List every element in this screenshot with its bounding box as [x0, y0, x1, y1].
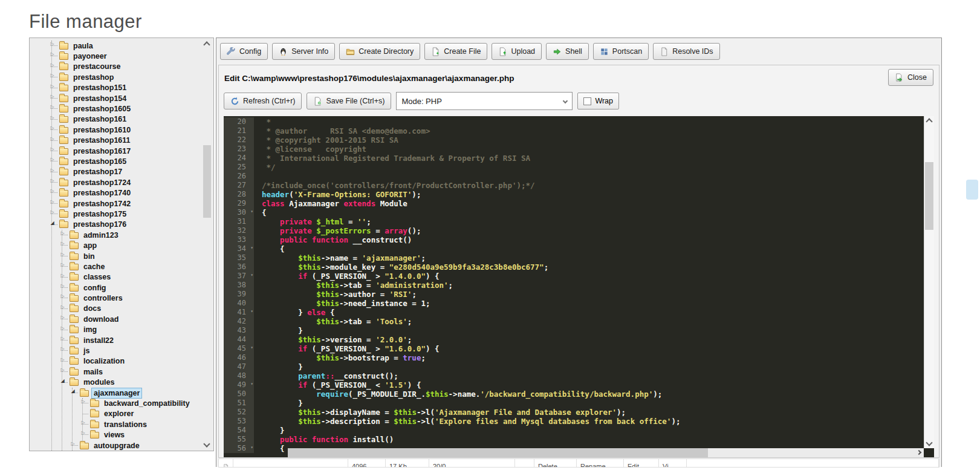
tree-item-download[interactable]: ▷download	[62, 314, 201, 324]
tree-item-label[interactable]: ajaxmanager	[92, 388, 141, 398]
tree-item-label[interactable]: localization	[82, 356, 126, 366]
tree-item-label[interactable]: translations	[102, 420, 149, 429]
code-line[interactable]: 55 public function install()	[224, 435, 924, 444]
scroll-up-icon[interactable]	[204, 42, 209, 47]
code-line[interactable]: 44 $this->version = '2.0.0';	[224, 335, 924, 344]
tree-item-prestashop165[interactable]: ▷prestashop165	[52, 156, 201, 166]
tree-item-label[interactable]: autoupgrade	[92, 441, 141, 451]
tree-item-label[interactable]: modules	[82, 377, 116, 387]
tree-item-label[interactable]: bin	[82, 252, 97, 261]
expand-arrow-icon[interactable]: ▷	[49, 94, 56, 99]
tree-item-modules[interactable]: ◢modules	[62, 377, 201, 388]
code-line[interactable]: 36 $this->module_key = "e280d540a9e59b9f…	[224, 263, 924, 272]
scroll-down-icon[interactable]	[927, 440, 932, 445]
expand-arrow-icon[interactable]: ▷	[49, 104, 56, 109]
expand-arrow-icon[interactable]: ▷	[49, 125, 56, 131]
create-directory-button[interactable]: Create Directory	[339, 43, 420, 60]
code-line[interactable]: 28header('X-Frame-Options: GOFORIT');	[224, 190, 924, 199]
expand-arrow-icon[interactable]: ▷	[49, 73, 56, 78]
scroll-down-icon[interactable]	[204, 442, 209, 446]
collapse-arrow-icon[interactable]: ◢	[49, 220, 56, 226]
tree-item-admin123[interactable]: ▷admin123	[62, 230, 201, 240]
expand-arrow-icon[interactable]: ▷	[49, 115, 56, 120]
expand-arrow-icon[interactable]: ▷	[59, 357, 66, 362]
tree-item-label[interactable]: prestashop	[71, 73, 115, 82]
expand-arrow-icon[interactable]: ▷	[59, 367, 66, 373]
tree-item-label[interactable]: classes	[82, 272, 112, 282]
tree-item-cache[interactable]: ▷cache	[62, 261, 201, 272]
tree-item-views[interactable]: ▷views	[83, 429, 201, 440]
code-line[interactable]: 46 $this->bootstrap = true;	[224, 353, 924, 362]
code-line[interactable]: 27/*include_once('controllers/front/Prod…	[224, 181, 924, 190]
fold-arrow-icon[interactable]: ▾	[250, 272, 253, 278]
expand-arrow-icon[interactable]: ▷	[59, 315, 66, 320]
mode-select[interactable]: Mode: PHP	[396, 92, 573, 110]
code-editor[interactable]: 20 *21 * @author RSI SA <demo@demo.com>2…	[224, 116, 934, 457]
fold-arrow-icon[interactable]: ▾	[250, 381, 253, 387]
wrap-checkbox[interactable]	[583, 97, 591, 105]
code-line[interactable]: 49▾ if (_PS_VERSION_ < '1.5') {	[224, 380, 924, 390]
collapse-arrow-icon[interactable]: ◢	[70, 388, 76, 394]
expand-arrow-icon[interactable]: ▷	[49, 199, 56, 204]
code-line[interactable]: 45▾ if (_PS_VERSION_ > "1.6.0.0") {	[224, 344, 924, 353]
tree-item-prestashop176[interactable]: ◢prestashop176	[52, 220, 201, 230]
expand-arrow-icon[interactable]: ▷	[49, 62, 56, 68]
tree-item-label[interactable]: mails	[82, 367, 105, 377]
expand-arrow-icon[interactable]: ▷	[80, 420, 86, 425]
tree-item-label[interactable]: img	[82, 325, 99, 334]
code-line[interactable]: 42 $this->tab = 'Tools';	[224, 317, 924, 326]
tree-item-prestashop151[interactable]: ▷prestashop151	[52, 83, 201, 93]
code-line[interactable]: 54 }	[224, 426, 924, 435]
expand-arrow-icon[interactable]: ▷	[59, 273, 66, 278]
shell-button[interactable]: Shell	[546, 43, 589, 60]
expand-arrow-icon[interactable]: ▷	[59, 252, 66, 257]
code-line[interactable]: 43 }	[224, 326, 924, 335]
expand-arrow-icon[interactable]: ▷	[49, 188, 56, 194]
tree-item-label[interactable]: prestashop1740	[71, 188, 132, 198]
expand-arrow-icon[interactable]: ▷	[49, 178, 56, 183]
code-line[interactable]: 51 }	[224, 399, 924, 408]
tree-item-payoneer[interactable]: ▷payoneer	[52, 51, 201, 61]
tree-item-label[interactable]: prestashop165	[71, 157, 128, 166]
code-line[interactable]: 25 */	[224, 163, 924, 172]
tree-item-label[interactable]: prestashop151	[71, 83, 128, 93]
tree-item-label[interactable]: prestashop161	[71, 114, 128, 124]
tree-item-img[interactable]: ▷img	[62, 325, 201, 335]
tree-item-bin[interactable]: ▷bin	[62, 251, 201, 261]
code-line[interactable]: 20 *	[224, 117, 924, 126]
sidebar-scrollbar[interactable]	[202, 39, 213, 450]
upload-button[interactable]: Upload	[492, 43, 542, 60]
collapse-arrow-icon[interactable]: ◢	[59, 378, 66, 383]
config-button[interactable]: Config	[220, 43, 268, 60]
code-line[interactable]: 41▾ } else {	[224, 308, 924, 317]
tree-item-label[interactable]: prestashop17	[71, 167, 124, 177]
code-line[interactable]: 48 parent::__construct();	[224, 371, 924, 380]
code-line[interactable]: 38 $this->tab = 'administration';	[224, 281, 924, 290]
editor-vertical-scrollbar[interactable]	[924, 116, 934, 448]
expand-arrow-icon[interactable]: ▷	[59, 325, 66, 331]
file-row-cell[interactable]: Vi	[659, 459, 687, 467]
tree-item-js[interactable]: ▷js	[62, 345, 201, 356]
tree-item-paula[interactable]: ▷paula	[52, 41, 201, 51]
tree-item-prestashop1724[interactable]: ▷prestashop1724	[52, 177, 201, 188]
expand-arrow-icon[interactable]: ▷	[59, 346, 66, 351]
code-line[interactable]: 39 $this->author = 'RSI';	[224, 290, 924, 299]
tree-item-docs[interactable]: ▷docs	[62, 304, 201, 314]
tree-item-label[interactable]: app	[82, 241, 99, 250]
scroll-up-icon[interactable]	[927, 119, 932, 124]
expand-arrow-icon[interactable]: ▷	[70, 441, 76, 446]
expand-arrow-icon[interactable]: ▷	[59, 336, 66, 341]
code-line[interactable]: 22 * @copyright 2001-2015 RSI SA	[224, 135, 924, 145]
expand-arrow-icon[interactable]: ▷	[49, 51, 56, 57]
code-line[interactable]: 29class Ajaxmanager extends Module	[224, 199, 924, 208]
tree-item-label[interactable]: cache	[82, 262, 106, 272]
tree-item-prestashop1742[interactable]: ▷prestashop1742	[52, 198, 201, 209]
fold-arrow-icon[interactable]: ▾	[250, 209, 253, 214]
expand-arrow-icon[interactable]: ▷	[49, 146, 56, 152]
tree-item-label[interactable]: backward_compatibility	[102, 399, 192, 408]
expand-arrow-icon[interactable]: ▷	[80, 399, 86, 404]
expand-arrow-icon[interactable]: ▷	[59, 283, 66, 289]
tree-item-label[interactable]: prestashop1605	[71, 104, 132, 114]
code-line[interactable]: 52 $this->displayName = $this->l('Ajaxma…	[224, 408, 924, 417]
tree-item-explorer[interactable]: explorer	[83, 409, 201, 419]
